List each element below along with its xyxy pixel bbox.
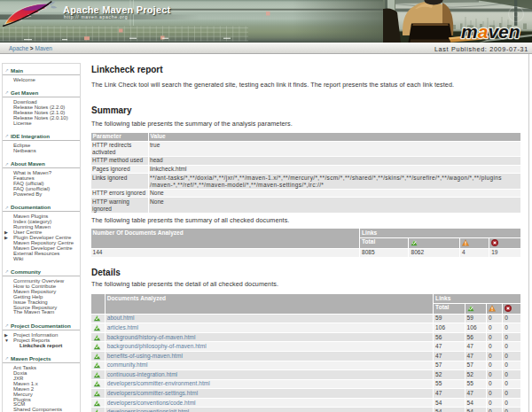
svg-text:maven: maven <box>461 21 520 42</box>
